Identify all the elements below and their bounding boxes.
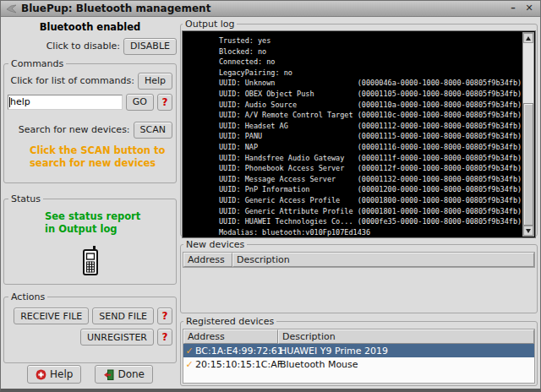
bluetooth-status-heading: Bluetooth enabled	[3, 21, 177, 33]
column-header-description[interactable]: Description	[278, 329, 534, 344]
status-legend: Status	[8, 193, 43, 204]
disable-button[interactable]: DISABLE	[123, 38, 177, 55]
column-header-address[interactable]: Address	[183, 329, 278, 344]
table-row[interactable]: ✓ 20:15:10:15:1C:AF Bluetooth Mouse	[183, 357, 534, 371]
table-row[interactable]: ✓ BC:1A:E4:99:72:61 HUAWEI Y9 Prime 2019	[183, 344, 534, 357]
right-panel: Output log Trusted: yes Blocked: no Conn…	[180, 19, 538, 386]
scan-row: Search for new devices: SCAN	[8, 122, 172, 139]
registered-devices-section: Registered devices Address Description ✓…	[180, 316, 538, 386]
titlebar: BluePup: Bluetooth management – ✕	[1, 1, 540, 17]
scan-label: Search for new devices:	[19, 124, 130, 135]
exit-door-icon	[103, 369, 114, 380]
scan-button[interactable]: SCAN	[134, 122, 172, 139]
command-question-button[interactable]: ?	[157, 94, 172, 111]
actions-legend: Actions	[8, 291, 47, 302]
help-button-label: Help	[50, 368, 73, 380]
scrollbar-track[interactable]	[523, 43, 533, 226]
left-panel: Bluetooth enabled Click to disable: DISA…	[3, 19, 177, 386]
column-header-description[interactable]: Description	[232, 253, 534, 267]
done-button[interactable]: Done	[95, 365, 153, 384]
registered-devices-body: ✓ BC:1A:E4:99:72:61 HUAWEI Y9 Prime 2019…	[183, 344, 534, 383]
device-address: 20:15:10:15:1C:AF	[195, 359, 278, 370]
new-devices-table: Address Description	[183, 252, 535, 268]
registered-devices-legend: Registered devices	[183, 316, 276, 327]
triangle-up-icon	[526, 36, 531, 41]
scroll-down-button[interactable]	[523, 226, 533, 236]
window-content: Bluetooth enabled Click to disable: DISA…	[1, 17, 540, 389]
triangle-down-icon	[526, 229, 531, 233]
scan-hint-line1: Click the SCAN button to	[30, 144, 172, 157]
status-section: Status See status report in Output log	[3, 193, 177, 286]
command-input[interactable]: help	[8, 95, 123, 110]
scrollbar-thumb[interactable]	[523, 103, 533, 226]
device-address: BC:1A:E4:99:72:61	[195, 346, 278, 357]
output-log-section: Output log Trusted: yes Blocked: no Conn…	[180, 19, 538, 237]
phone-icon	[79, 245, 101, 280]
paired-check-icon: ✓	[183, 346, 195, 357]
commands-legend: Commands	[8, 58, 66, 69]
receive-file-button[interactable]: RECEIVE FILE	[14, 308, 89, 324]
column-header-address[interactable]: Address	[183, 253, 232, 267]
new-devices-header: Address Description	[183, 253, 534, 267]
footer-buttons: Help Done	[3, 363, 177, 386]
terminal-scrollbar[interactable]	[522, 32, 534, 237]
device-description: HUAWEI Y9 Prime 2019	[278, 346, 534, 357]
unregister-button[interactable]: UNREGISTER	[80, 329, 154, 346]
commands-section: Commands Click for list of commands: Hel…	[3, 58, 177, 183]
close-button[interactable]: ✕	[523, 2, 535, 15]
status-message: See status report in Output log	[45, 210, 172, 236]
paired-check-icon: ✓	[183, 359, 195, 370]
done-button-label: Done	[117, 368, 145, 380]
file-actions-row: RECEIVE FILE SEND FILE ?	[8, 308, 172, 324]
scan-hint-line2: search for new devices	[30, 157, 172, 170]
device-description: Bluetooth Mouse	[278, 359, 534, 370]
send-file-button[interactable]: SEND FILE	[92, 308, 154, 324]
unregister-question-button[interactable]: ?	[157, 329, 172, 346]
window-icon[interactable]	[6, 4, 17, 14]
command-list-row: Click for list of commands: Help	[8, 73, 172, 90]
scan-hint: Click the SCAN button to search for new …	[30, 144, 172, 170]
command-list-label: Click for list of commands:	[11, 75, 134, 86]
scroll-up-button[interactable]	[523, 33, 533, 43]
minimize-button[interactable]: –	[507, 2, 519, 15]
disable-row: Click to disable: DISABLE	[3, 37, 177, 56]
command-help-button[interactable]: Help	[138, 73, 172, 90]
lifebuoy-icon	[36, 369, 46, 380]
disable-label: Click to disable:	[46, 41, 120, 52]
new-devices-section: New devices Address Description	[180, 239, 538, 313]
status-message-line1: See status report	[45, 210, 172, 223]
window-title: BluePup: Bluetooth management	[21, 3, 503, 14]
bluepup-window: BluePup: Bluetooth management – ✕ Blueto…	[0, 0, 541, 392]
status-message-line2: in Output log	[45, 223, 172, 236]
help-button[interactable]: Help	[27, 365, 81, 384]
command-input-row: help GO ?	[8, 94, 172, 111]
file-question-button[interactable]: ?	[157, 308, 172, 324]
actions-section: Actions RECEIVE FILE SEND FILE ? UNREGIS…	[3, 291, 177, 363]
output-log-terminal: Trusted: yes Blocked: no Connected: no L…	[182, 30, 536, 238]
output-log-legend: Output log	[183, 19, 237, 30]
command-input-value: help	[10, 96, 30, 107]
registered-devices-header: Address Description	[183, 329, 534, 344]
unregister-row: UNREGISTER ?	[8, 329, 172, 346]
new-devices-legend: New devices	[183, 239, 247, 250]
go-button[interactable]: GO	[126, 94, 154, 111]
terminal-text: Trusted: yes Blocked: no Connected: no L…	[183, 31, 535, 237]
registered-devices-table: Address Description ✓ BC:1A:E4:99:72:61 …	[183, 329, 535, 384]
